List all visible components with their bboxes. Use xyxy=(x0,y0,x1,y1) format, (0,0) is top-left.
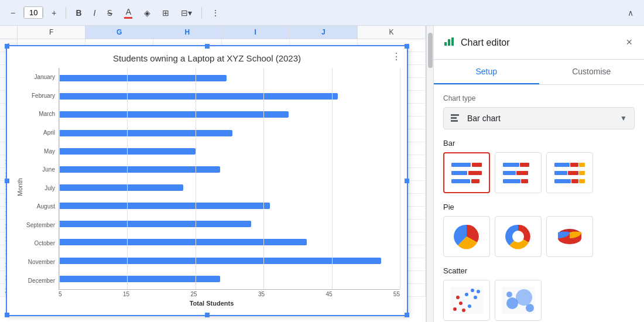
resize-handle-top-right[interactable] xyxy=(405,44,409,49)
col-header-H[interactable]: H xyxy=(153,26,221,39)
chart-menu-btn[interactable]: ⋮ xyxy=(392,51,401,62)
resize-handle-bot-mid[interactable] xyxy=(205,313,210,317)
chart-bar-row xyxy=(59,129,400,137)
chart-grid-line xyxy=(400,68,400,289)
chart-bar-row xyxy=(59,238,400,246)
resize-handle-mid-left[interactable] xyxy=(5,179,9,183)
svg-point-22 xyxy=(516,289,532,306)
donut-thumbnail xyxy=(503,222,533,251)
chart-icon-svg xyxy=(443,35,455,47)
chart-bar xyxy=(59,166,220,173)
svg-rect-0 xyxy=(444,42,447,46)
resize-handle-bot-right[interactable] xyxy=(405,313,409,317)
col-headers: F G H I J K xyxy=(0,26,426,39)
bar-stacked-option[interactable] xyxy=(495,152,542,193)
bar-grouped-option[interactable] xyxy=(443,152,490,193)
main-area: F G H I J K 1234567891011121314151617181… xyxy=(0,26,644,322)
tab-setup[interactable]: Setup xyxy=(434,60,539,84)
svg-point-8 xyxy=(512,231,524,242)
resize-handle-top-mid[interactable] xyxy=(205,44,210,49)
font-color-btn[interactable]: A xyxy=(121,5,136,21)
svg-rect-4 xyxy=(451,117,457,119)
chart-bar xyxy=(59,221,251,227)
y-axis-month-label: November xyxy=(23,259,55,265)
svg-point-11 xyxy=(453,307,457,311)
bar-100stacked-option[interactable] xyxy=(546,152,593,193)
chart-bar-row xyxy=(59,220,400,228)
svg-point-17 xyxy=(465,293,468,296)
svg-point-23 xyxy=(526,304,534,312)
resize-handle-top-left[interactable] xyxy=(5,44,9,49)
svg-point-18 xyxy=(462,309,465,312)
decrease-font-btn[interactable]: − xyxy=(7,6,19,20)
chart-type-dropdown[interactable]: Bar chart ▼ xyxy=(443,107,635,129)
chart-editor: Chart editor × Setup Customise Chart typ… xyxy=(433,26,644,322)
merge-btn[interactable]: ⊟▾ xyxy=(177,6,196,20)
editor-header: Chart editor × xyxy=(434,26,644,60)
bubble-thumbnail xyxy=(501,286,536,315)
y-axis-label: Month xyxy=(14,68,23,307)
col-header-G[interactable]: G xyxy=(85,26,153,39)
font-size-control xyxy=(23,6,43,19)
col-header-I[interactable]: I xyxy=(222,26,290,39)
fill-color-btn[interactable]: ◈ xyxy=(141,6,154,20)
pie-3d-option[interactable] xyxy=(546,216,593,257)
y-axis-month-label: October xyxy=(23,240,55,246)
spreadsheet-area: F G H I J K 1234567891011121314151617181… xyxy=(0,26,426,322)
strikethrough-btn[interactable]: S̶ xyxy=(104,6,116,20)
chart-bar xyxy=(59,111,289,118)
bold-btn[interactable]: B xyxy=(72,6,85,20)
svg-rect-3 xyxy=(451,114,459,116)
pie-thumbnail xyxy=(452,222,481,251)
svg-point-15 xyxy=(474,296,477,299)
font-size-input[interactable] xyxy=(24,7,43,18)
bars-and-ylabels: JanuaryFebruaryMarchAprilMayJuneJulyAugu… xyxy=(23,68,400,290)
scrollbar-thumb[interactable] xyxy=(428,33,433,68)
svg-point-24 xyxy=(506,292,512,297)
scatter-option[interactable] xyxy=(443,280,490,321)
chart-bar-row xyxy=(59,74,400,83)
more-options-btn[interactable]: ⋮ xyxy=(208,6,223,20)
col-header-K[interactable]: K xyxy=(358,26,426,39)
chart-editor-icon xyxy=(443,35,455,50)
x-axis-title: Total Students xyxy=(23,300,400,307)
bubble-option[interactable] xyxy=(495,280,542,321)
x-axis-tick-label: 5 xyxy=(59,291,62,297)
editor-close-btn[interactable]: × xyxy=(624,34,635,51)
donut-option[interactable] xyxy=(495,216,542,257)
chart-bar-row xyxy=(59,202,400,210)
scrollbar-track[interactable] xyxy=(426,26,433,322)
pie-section-label: Pie xyxy=(443,203,635,211)
resize-handle-mid-right[interactable] xyxy=(405,179,409,183)
collapse-toolbar-btn[interactable]: ∧ xyxy=(624,6,637,20)
resize-handle-bot-left[interactable] xyxy=(5,313,9,317)
chart-grid-line xyxy=(127,68,128,289)
chart-type-icon xyxy=(451,112,461,124)
separator-1 xyxy=(66,7,66,19)
chart-grid-line xyxy=(59,68,60,289)
pie-chart-options xyxy=(443,216,635,257)
tab-customise[interactable]: Customise xyxy=(539,60,645,84)
y-axis-month-label: March xyxy=(23,111,55,117)
chart-bar-row xyxy=(59,256,400,265)
italic-btn[interactable]: I xyxy=(90,6,100,20)
pie-3d-thumbnail xyxy=(555,222,584,251)
editor-tabs: Setup Customise xyxy=(434,60,644,85)
col-header-F[interactable]: F xyxy=(18,26,85,39)
svg-point-16 xyxy=(477,290,480,293)
pie-option[interactable] xyxy=(443,216,490,257)
increase-font-btn[interactable]: + xyxy=(48,6,60,20)
chart-bar xyxy=(59,239,307,245)
chart-container[interactable]: ⋮ Students owning a Laptop at XYZ School… xyxy=(6,45,408,316)
row-num-header-blank xyxy=(0,26,18,39)
chart-bar xyxy=(59,184,183,191)
svg-point-13 xyxy=(456,296,460,299)
col-header-J[interactable]: J xyxy=(290,26,358,39)
chart-bar xyxy=(59,276,220,282)
borders-btn[interactable]: ⊞ xyxy=(159,6,173,20)
bars-area xyxy=(59,68,400,290)
grid-body: 1234567891011121314151617181920 ⋮ Studen… xyxy=(0,39,426,322)
y-axis-month-label: May xyxy=(23,148,55,155)
font-color-icon: A xyxy=(124,7,132,19)
bar-100stacked-thumbnail xyxy=(552,158,587,187)
